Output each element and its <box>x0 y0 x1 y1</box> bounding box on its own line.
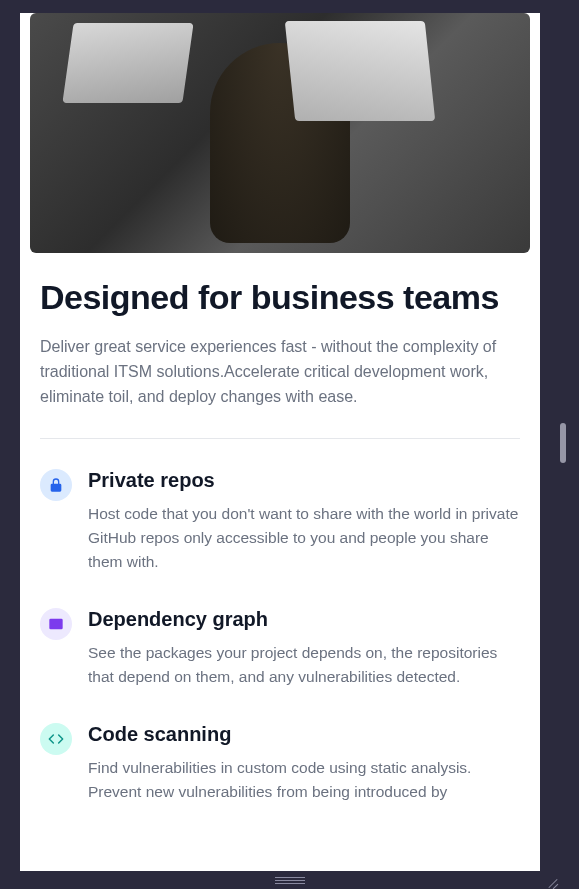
feature-code-scanning: Code scanning Find vulnerabilities in cu… <box>40 723 520 804</box>
feature-desc: Find vulnerabilities in custom code usin… <box>88 756 520 804</box>
feature-desc: See the packages your project depends on… <box>88 641 520 689</box>
resize-grip-icon[interactable] <box>546 876 558 888</box>
drag-handle-icon[interactable] <box>275 877 305 884</box>
page-viewport: Designed for business teams Deliver grea… <box>20 13 540 871</box>
feature-title: Private repos <box>88 469 520 492</box>
lead-paragraph: Deliver great service experiences fast -… <box>40 335 520 409</box>
hero-image <box>30 13 530 253</box>
code-icon <box>40 723 72 755</box>
chart-icon <box>40 608 72 640</box>
feature-private-repos: Private repos Host code that you don't w… <box>40 469 520 574</box>
feature-dependency-graph: Dependency graph See the packages your p… <box>40 608 520 689</box>
scrollbar-thumb[interactable] <box>560 423 566 463</box>
feature-desc: Host code that you don't want to share w… <box>88 502 520 574</box>
feature-title: Code scanning <box>88 723 520 746</box>
feature-title: Dependency graph <box>88 608 520 631</box>
lock-icon <box>40 469 72 501</box>
page-title: Designed for business teams <box>40 277 520 317</box>
divider <box>40 438 520 439</box>
content-section: Designed for business teams Deliver grea… <box>20 253 540 804</box>
devtools-bottom-bar <box>20 871 560 889</box>
